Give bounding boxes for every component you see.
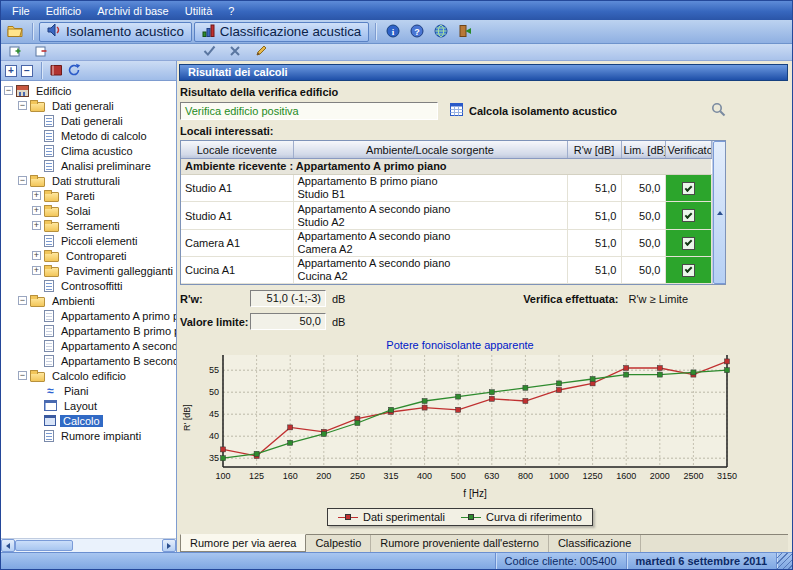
- limit-row: Valore limite: 50,0 dB: [180, 312, 726, 332]
- verified-checkbox[interactable]: [682, 209, 695, 222]
- tree-item-dati-generali[interactable]: −Dati generali: [1, 98, 176, 113]
- tab-classificazione[interactable]: Classificazione: [549, 535, 641, 552]
- rw-cell: 51,0: [567, 256, 621, 283]
- remove-button[interactable]: [30, 42, 52, 62]
- add-button[interactable]: [4, 42, 26, 62]
- scroll-right-button[interactable]: [162, 539, 176, 552]
- tree-item-calcolo-edificio[interactable]: −Calcolo edificio: [1, 368, 176, 383]
- info-button[interactable]: i: [382, 22, 404, 42]
- column-header-ambiente-locale-sorgente[interactable]: Ambiente/Locale sorgente: [293, 141, 567, 158]
- resize-grip-icon[interactable]: [777, 553, 792, 569]
- menu-item-file[interactable]: File: [4, 3, 38, 19]
- table-row[interactable]: Studio A1Appartamento B primo pianoStudi…: [181, 175, 711, 202]
- verified-checkbox[interactable]: [682, 237, 695, 250]
- tree-item-layout[interactable]: Layout: [1, 398, 176, 413]
- open-folder-button[interactable]: [4, 22, 26, 42]
- table-row[interactable]: Studio A1Appartamento A secondo pianoStu…: [181, 202, 711, 229]
- minus-expander-icon[interactable]: −: [18, 371, 27, 380]
- tree-item-contropareti[interactable]: +Contropareti: [1, 248, 176, 263]
- chart-ylabel: R' [dB]: [182, 404, 192, 431]
- tree-item-analisi-preliminare[interactable]: Analisi preliminare: [1, 158, 176, 173]
- plus-expander-icon[interactable]: +: [32, 251, 41, 260]
- column-header-r-w-db[interactable]: R'w [dB]: [567, 141, 621, 158]
- edit-button[interactable]: [250, 42, 272, 62]
- tree-item-appartamento-a-primo-piano[interactable]: Appartamento A primo piano: [1, 308, 176, 323]
- tree-item-label: Serramenti: [63, 220, 123, 232]
- tab-rumore-per-via-aerea[interactable]: Rumore per via aerea: [180, 534, 306, 552]
- scroll-up-button[interactable]: [713, 141, 727, 284]
- exit-icon: [458, 24, 472, 40]
- tab-rumore-proveniente-dall-esterno[interactable]: Rumore proveniente dall'esterno: [371, 535, 549, 552]
- plus-expander-icon[interactable]: +: [32, 206, 41, 215]
- tree-item-metodo-di-calcolo[interactable]: Metodo di calcolo: [1, 128, 176, 143]
- tree-item-dati-strutturali[interactable]: −Dati strutturali: [1, 173, 176, 188]
- plus-expander-icon[interactable]: +: [32, 266, 41, 275]
- tree-item-piani[interactable]: Piani: [1, 383, 176, 398]
- tree-item-label: Edificio: [33, 85, 74, 97]
- tree-item-clima-acustico[interactable]: Clima acustico: [1, 143, 176, 158]
- tree-item-label: Pareti: [63, 190, 98, 202]
- tree-item-edificio[interactable]: −Edificio: [1, 83, 176, 98]
- tab-calpestio[interactable]: Calpestio: [306, 535, 371, 552]
- verification-result-field[interactable]: Verifica edificio positiva: [180, 102, 438, 120]
- table-scrollbar[interactable]: [712, 141, 726, 284]
- verified-cell[interactable]: [665, 256, 711, 283]
- minus-expander-icon[interactable]: −: [18, 101, 27, 110]
- tree-item-label: Dati generali: [58, 115, 126, 127]
- tree-item-dati-generali[interactable]: Dati generali: [1, 113, 176, 128]
- tree-item-pareti[interactable]: +Pareti: [1, 188, 176, 203]
- column-header-lim-db[interactable]: Lim. [dB]: [621, 141, 665, 158]
- client-code-status: Codice cliente: 005400: [496, 553, 627, 569]
- verified-checkbox[interactable]: [682, 264, 695, 277]
- confirm-button[interactable]: [198, 42, 220, 62]
- results-table: Locale riceventeAmbiente/Locale sorgente…: [180, 140, 726, 285]
- tree-item-appartamento-b-secondo-pian[interactable]: Appartamento B secondo pian: [1, 353, 176, 368]
- plus-expander-icon[interactable]: +: [32, 191, 41, 200]
- legend-box: Dati sperimentaliCurva di riferimento: [327, 508, 593, 526]
- collapse-all-icon[interactable]: −: [21, 65, 33, 77]
- tree-item-appartamento-b-primo-piano[interactable]: Appartamento B primo piano: [1, 323, 176, 338]
- tree-horizontal-scrollbar[interactable]: [1, 538, 176, 552]
- scrollbar-thumb[interactable]: [713, 284, 726, 285]
- tree-item-rumore-impianti[interactable]: Rumore impianti: [1, 428, 176, 443]
- magnifier-icon[interactable]: [711, 102, 726, 119]
- expand-all-icon[interactable]: +: [5, 65, 17, 77]
- column-header-verificato[interactable]: Verificato: [665, 141, 711, 158]
- scroll-down-button[interactable]: [713, 284, 727, 285]
- isolamento-acustico-button[interactable]: Isolamento acustico: [39, 22, 192, 42]
- doc-icon: [44, 145, 54, 157]
- table-row[interactable]: Camera A1Appartamento A secondo pianoCam…: [181, 229, 711, 256]
- minus-expander-icon[interactable]: −: [18, 296, 27, 305]
- verified-cell[interactable]: [665, 202, 711, 229]
- exit-button[interactable]: [454, 22, 476, 42]
- scrollbar-thumb[interactable]: [15, 540, 73, 551]
- cancel-button[interactable]: [224, 42, 246, 62]
- refresh-icon[interactable]: [67, 63, 81, 79]
- plus-expander-icon[interactable]: +: [32, 221, 41, 230]
- menu-item-help[interactable]: ?: [220, 3, 242, 19]
- classificazione-acustica-button[interactable]: Classificazione acustica: [194, 22, 370, 42]
- scroll-left-button[interactable]: [1, 539, 15, 552]
- tree-item-controsoffitti[interactable]: Controsoffitti: [1, 278, 176, 293]
- verified-checkbox[interactable]: [682, 182, 695, 195]
- tree-item-pavimenti-galleggianti[interactable]: +Pavimenti galleggianti: [1, 263, 176, 278]
- menu-item-utilit[interactable]: Utilità: [177, 3, 221, 19]
- tree-item-piccoli-elementi[interactable]: Piccoli elementi: [1, 233, 176, 248]
- tree-item-ambienti[interactable]: −Ambienti: [1, 293, 176, 308]
- tree-item-appartamento-a-secondo-piano[interactable]: Appartamento A secondo piano: [1, 338, 176, 353]
- help-button[interactable]: ?: [406, 22, 428, 42]
- menu-item-archivi-di-base[interactable]: Archivi di base: [89, 3, 177, 19]
- minus-expander-icon[interactable]: −: [18, 176, 27, 185]
- table-row[interactable]: Cucina A1Appartamento A secondo pianoCuc…: [181, 256, 711, 283]
- menu-item-edificio[interactable]: Edificio: [38, 3, 89, 19]
- verified-cell[interactable]: [665, 175, 711, 202]
- tree-item-solai[interactable]: +Solai: [1, 203, 176, 218]
- column-header-locale-ricevente[interactable]: Locale ricevente: [181, 141, 293, 158]
- archive-book-icon[interactable]: [50, 64, 63, 78]
- globe-button[interactable]: [430, 22, 452, 42]
- minus-expander-icon[interactable]: −: [4, 86, 13, 95]
- calcola-isolamento-button[interactable]: Calcola isolamento acustico: [450, 103, 617, 118]
- tree-item-calcolo[interactable]: Calcolo: [1, 413, 176, 428]
- verified-cell[interactable]: [665, 229, 711, 256]
- tree-item-serramenti[interactable]: +Serramenti: [1, 218, 176, 233]
